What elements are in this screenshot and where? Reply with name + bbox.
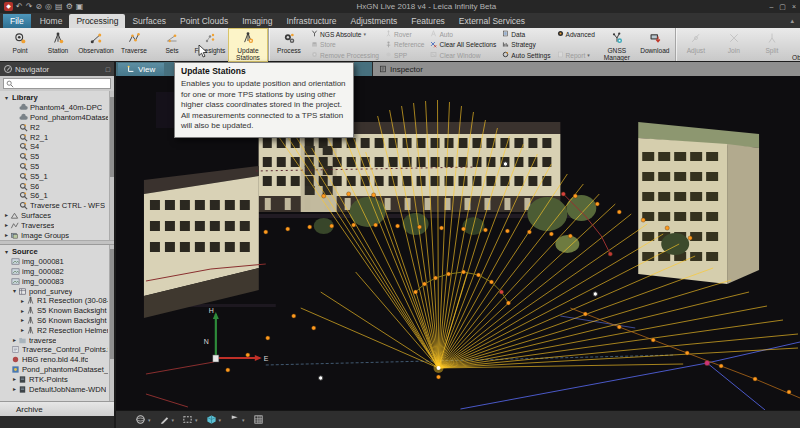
ribbon-tab-infrastructure[interactable]: Infrastructure: [279, 14, 343, 28]
clear-window-button[interactable]: Clear Window: [430, 51, 496, 59]
tree-item-traverses[interactable]: ▸Traverses: [0, 220, 114, 230]
minimize-button[interactable]: –: [769, 3, 773, 11]
gnss-manager-button[interactable]: GNSS Manager: [598, 29, 636, 61]
update-stations-button[interactable]: Update Stations: [229, 29, 267, 61]
split-button[interactable]: Split: [753, 29, 791, 61]
tree-item-s5[interactable]: S5: [0, 152, 114, 162]
expander-closed-icon[interactable]: ▸: [3, 221, 10, 229]
tree-item-phantom4-40m-dpc[interactable]: Phantom4_40m-DPC: [0, 103, 114, 113]
pin-icon[interactable]: □: [106, 66, 110, 73]
ngs-absolute-button[interactable]: NGS Absolute▾: [311, 30, 379, 38]
grid-settings-tool[interactable]: [250, 413, 267, 426]
join-button[interactable]: Join: [715, 29, 753, 61]
ribbon-tab-file[interactable]: File: [3, 14, 31, 28]
expander-closed-icon[interactable]: ▸: [11, 375, 18, 383]
tree-item-traverse[interactable]: ▸traverse: [0, 335, 114, 345]
strategy-button[interactable]: Strategy: [502, 41, 550, 49]
tree-item-img-000083[interactable]: img_000083: [0, 276, 114, 286]
undo-icon[interactable]: ↶: [16, 2, 23, 12]
tree-item-rtk-points[interactable]: ▸RTK-Points: [0, 374, 114, 384]
search-input[interactable]: [3, 78, 111, 89]
tree-item-library[interactable]: ▾Library: [0, 93, 114, 103]
tree-item-s5[interactable]: S5: [0, 162, 114, 172]
close-button[interactable]: ×: [792, 3, 796, 11]
auto-settings-button[interactable]: Auto Settings: [502, 51, 550, 59]
observation-button[interactable]: Observation: [77, 29, 115, 61]
clear-all-selections-button[interactable]: Clear All Selections: [430, 41, 496, 49]
layers-icon[interactable]: ▤: [55, 2, 63, 12]
tree-item-r1-resection-30-08-2018-09-51[interactable]: ▸R1 Resection (30-08-2018 09:51: [0, 296, 114, 306]
expander-closed-icon[interactable]: ▸: [11, 385, 18, 393]
ribbon-tab-home[interactable]: Home: [33, 14, 70, 28]
store-button[interactable]: Store: [311, 41, 379, 49]
tree-item-img-000081[interactable]: img_000081: [0, 257, 114, 267]
tree-item-s6-known-backsight-30-08-201[interactable]: ▸S6 Known Backsight (30-08-201: [0, 316, 114, 326]
measure-tool[interactable]: ▾: [156, 413, 178, 426]
ribbon-tab-point-clouds[interactable]: Point Clouds: [173, 14, 235, 28]
tree-item-r2[interactable]: R2: [0, 122, 114, 132]
tree-item-pond-phantom4dataset-40m-gcps[interactable]: Pond_phantom4Dataset_40m_GCPs: [0, 365, 114, 375]
tree-item-r2-resection-helmert-30-08-20[interactable]: ▸R2 Resection Helmert (30-08-20: [0, 325, 114, 335]
ribbon-tab-imaging[interactable]: Imaging: [235, 14, 279, 28]
report-button[interactable]: Report▾: [557, 51, 595, 59]
tree-item-s6[interactable]: S6: [0, 181, 114, 191]
tree-item-s5-1[interactable]: S5_1: [0, 171, 114, 181]
tree-item-s5-known-backsight-30-08-201[interactable]: ▸S5 Known Backsight (30-08-201: [0, 306, 114, 316]
traverse-button[interactable]: Traverse: [115, 29, 153, 61]
expander-open-icon[interactable]: ▾: [11, 287, 18, 295]
tree-item-s4[interactable]: S4: [0, 142, 114, 152]
source-scrollbar[interactable]: [109, 245, 114, 401]
settings-icon[interactable]: ⚙: [66, 2, 73, 12]
foresights-button[interactable]: Foresights: [191, 29, 229, 61]
download-button[interactable]: Download: [636, 29, 674, 61]
rover-button[interactable]: Rover: [385, 30, 424, 38]
expander-closed-icon[interactable]: ▸: [3, 231, 10, 239]
orbit-tool[interactable]: ▾: [132, 413, 154, 426]
app-logo-icon[interactable]: ◆: [4, 2, 13, 11]
archive-bar[interactable]: Archive: [0, 401, 114, 416]
sets-button[interactable]: Sets: [153, 29, 191, 61]
tab-view[interactable]: View: [118, 63, 164, 76]
advanced-button[interactable]: Advanced: [557, 30, 595, 38]
clip-box-tool[interactable]: ▾: [179, 413, 201, 426]
reference-button[interactable]: Reference: [385, 41, 424, 49]
ribbon-tab-features[interactable]: Features: [404, 14, 452, 28]
ribbon-tab-processing[interactable]: Processing: [69, 14, 125, 28]
delete-icon[interactable]: ⊘: [35, 2, 42, 12]
expander-closed-icon[interactable]: ▸: [19, 297, 26, 305]
redo-icon[interactable]: ↷: [26, 2, 33, 12]
target-icon[interactable]: ◎: [45, 2, 52, 12]
tree-item-s6-1[interactable]: S6_1: [0, 191, 114, 201]
ribbon-tab-adjustments[interactable]: Adjustments: [344, 14, 405, 28]
tree-item-source[interactable]: ▾Source: [0, 247, 114, 257]
tree-item-defaultjobname-wdn[interactable]: ▸DefaultJobName-WDN: [0, 384, 114, 394]
ribbon-tab-surfaces[interactable]: Surfaces: [125, 14, 173, 28]
tree-item-r2-1[interactable]: R2_1: [0, 132, 114, 142]
tree-item-traverse-ctrl-wfs[interactable]: Traverse CTRL - WFS: [0, 201, 114, 211]
remove-processing-button[interactable]: Remove Processing: [311, 51, 379, 59]
station-button[interactable]: Station: [39, 29, 77, 61]
tree-item-image-groups[interactable]: ▸Image Groups: [0, 230, 114, 240]
expander-open-icon[interactable]: ▾: [3, 248, 10, 256]
filter-tool[interactable]: ▾: [226, 413, 248, 426]
view-cube-tool[interactable]: ▾: [203, 413, 225, 426]
tab-inspector[interactable]: Inspector: [373, 62, 800, 76]
process-button[interactable]: Process: [270, 29, 308, 61]
ribbon-tab-external-services[interactable]: External Services: [452, 14, 532, 28]
expander-open-icon[interactable]: ▾: [3, 94, 10, 102]
expander-closed-icon[interactable]: ▸: [19, 307, 26, 315]
expander-closed-icon[interactable]: ▸: [19, 316, 26, 324]
tree-item-surfaces[interactable]: ▸Surfaces: [0, 211, 114, 221]
library-scrollbar[interactable]: [109, 91, 114, 240]
expander-closed-icon[interactable]: ▸: [3, 211, 10, 219]
tree-item-pond-phantom4dataset-20[interactable]: Pond_phantom4Dataset_20: [0, 113, 114, 123]
height-observation-button[interactable]: Height Observation: [791, 29, 800, 61]
tree-item-traverse-control-points-txt[interactable]: Traverse_Control_Points.txt: [0, 345, 114, 355]
adjust-button[interactable]: Adjust: [677, 29, 715, 61]
ribbon-collapse-icon[interactable]: ▴: [790, 17, 794, 25]
tree-item-hbg-reno-bld-44-ifc[interactable]: HBG reno.bld 44.ifc: [0, 355, 114, 365]
maximize-button[interactable]: ▢: [779, 3, 786, 11]
tree-item-pond-survey[interactable]: ▾pond_survey: [0, 286, 114, 296]
expander-closed-icon[interactable]: ▸: [19, 326, 26, 334]
point-button[interactable]: Point: [1, 29, 39, 61]
